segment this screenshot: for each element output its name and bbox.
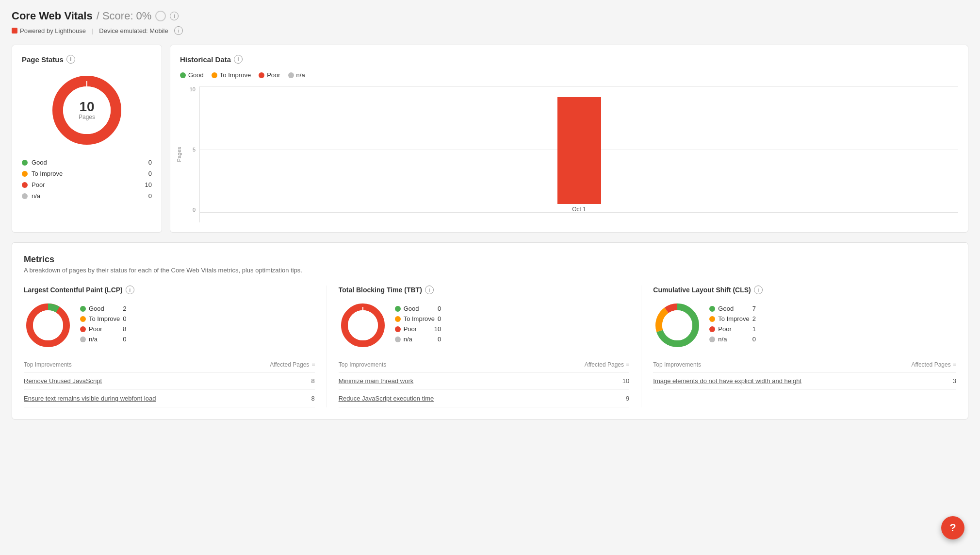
tbt-improvement-row-1: Minimize main thread work 10 [339, 372, 630, 390]
lcp-na-dot [80, 336, 86, 342]
page-status-donut: 10 Pages [48, 71, 126, 149]
lcp-stat-na: n/a 0 [80, 336, 127, 343]
tbt-stat-good: Good 0 [395, 305, 441, 312]
cls-poor-count: 1 [752, 325, 756, 333]
status-count: 0 [148, 192, 152, 200]
lighthouse-badge: Powered by Lighthouse [12, 27, 86, 34]
lcp-improvements-header-row: Top Improvements Affected Pages [24, 359, 315, 372]
metric-lcp-chart-row: Good 2 To Improve 0 Poor 8 [24, 301, 315, 350]
legend-item: Good [180, 71, 204, 79]
historical-info-icon[interactable]: i [234, 55, 243, 64]
metric-cls-info-icon[interactable]: i [754, 286, 763, 294]
lcp-improvement-1-link[interactable]: Remove Unused JavaScript [24, 377, 102, 385]
metrics-grid: Largest Contentful Paint (LCP) i [24, 286, 956, 407]
page-status-title: Page Status i [22, 55, 152, 64]
lcp-improvement-2-link[interactable]: Ensure text remains visible during webfo… [24, 395, 156, 402]
legend-dot-icon [259, 72, 264, 78]
tbt-improvement-1-link[interactable]: Minimize main thread work [339, 377, 414, 385]
status-list-item: Good 0 [22, 159, 152, 166]
tbt-sort-icon[interactable] [626, 364, 629, 366]
lcp-improvement-row-2: Ensure text remains visible during webfo… [24, 390, 315, 407]
metric-tbt-info-icon[interactable]: i [425, 286, 434, 294]
legend-dot-icon [288, 72, 294, 78]
lcp-good-dot [80, 306, 86, 312]
lcp-improvement-row-1: Remove Unused JavaScript 8 [24, 372, 315, 390]
status-count: 10 [145, 181, 152, 188]
metric-card-cls: Cumulative Layout Shift (CLS) i [653, 286, 956, 407]
cls-good-count: 7 [752, 305, 756, 312]
svg-point-12 [662, 310, 692, 340]
bars-area: Oct 1 [200, 86, 958, 213]
tbt-improvement-2-link[interactable]: Reduce JavaScript execution time [339, 395, 434, 402]
chart-legend: Good To Improve Poor n/a [180, 71, 958, 79]
donut-total: 10 [79, 100, 95, 114]
metrics-section: Metrics A breakdown of pages by their st… [12, 242, 968, 420]
tbt-col-pages: Affected Pages [536, 359, 629, 372]
status-label: n/a [32, 192, 145, 200]
y-axis-title: Pages [176, 147, 182, 162]
cls-sort-icon[interactable] [953, 364, 956, 366]
score-info-icon[interactable]: i [170, 12, 179, 20]
lcp-stat-good: Good 2 [80, 305, 127, 312]
device-info-icon[interactable]: i [174, 26, 183, 35]
cls-stat-improve: To Improve 2 [709, 315, 756, 322]
lcp-good-label: Good [89, 305, 120, 312]
cls-stat-good: Good 7 [709, 305, 756, 312]
metric-lcp-donut-svg [24, 301, 72, 350]
cls-improvement-1-link[interactable]: Image elements do not have explicit widt… [653, 377, 801, 385]
lcp-sort-icon[interactable] [312, 364, 315, 366]
tbt-na-dot [395, 336, 401, 342]
legend-label: n/a [296, 71, 305, 79]
metric-lcp-label: Largest Contentful Paint (LCP) [24, 286, 123, 294]
score-text: Score: 0% [102, 10, 152, 22]
tbt-improvement-1-label: Minimize main thread work [339, 372, 537, 390]
tbt-na-label: n/a [404, 336, 435, 343]
metric-tbt-title: Total Blocking Time (TBT) i [339, 286, 630, 294]
page-status-info-icon[interactable]: i [66, 55, 75, 64]
metric-cls-stats: Good 7 To Improve 2 Poor 1 [709, 305, 756, 346]
metric-lcp-stats: Good 2 To Improve 0 Poor 8 [80, 305, 127, 346]
donut-center-label: 10 Pages [79, 100, 95, 120]
bar-item-oct1: Oct 1 [557, 97, 601, 213]
meta-divider: | [92, 27, 93, 34]
legend-label: To Improve [220, 71, 251, 79]
cls-col-improvements: Top Improvements [653, 359, 886, 372]
cls-na-count: 0 [752, 336, 756, 343]
lcp-improvement-2-count: 8 [241, 390, 315, 407]
status-list-item: n/a 0 [22, 192, 152, 200]
lcp-poor-dot [80, 326, 86, 332]
cls-na-dot [709, 336, 715, 342]
svg-point-5 [33, 310, 63, 340]
metric-cls-donut [653, 301, 702, 350]
metric-cls-label: Cumulative Layout Shift (CLS) [653, 286, 751, 294]
lcp-improvement-2-label: Ensure text remains visible during webfo… [24, 390, 241, 407]
cls-improvement-row-1: Image elements do not have explicit widt… [653, 372, 956, 390]
page-header: Core Web Vitals / Score: 0% i [12, 10, 968, 22]
legend-item: Poor [259, 71, 280, 79]
tbt-improvement-row-2: Reduce JavaScript execution time 9 [339, 390, 630, 407]
status-dot-icon [22, 193, 28, 199]
lighthouse-label: Powered by Lighthouse [20, 27, 86, 34]
tbt-improvement-1-count: 10 [536, 372, 629, 390]
lcp-col-improvements: Top Improvements [24, 359, 241, 372]
page-title-score: / Score: 0% [97, 10, 152, 22]
status-label: Good [32, 159, 145, 166]
bar-oct1 [557, 97, 601, 204]
cls-improve-count: 2 [752, 315, 756, 322]
metric-lcp-info-icon[interactable]: i [126, 286, 134, 294]
bar-chart-area: Pages 10 5 0 [180, 86, 958, 222]
tbt-improvement-2-count: 9 [536, 390, 629, 407]
metrics-title: Metrics [24, 254, 956, 265]
metric-lcp-title: Largest Contentful Paint (LCP) i [24, 286, 315, 294]
lcp-poor-count: 8 [123, 325, 126, 333]
legend-item: n/a [288, 71, 305, 79]
page-meta: Powered by Lighthouse | Device emulated:… [12, 26, 968, 35]
lcp-improve-dot [80, 316, 86, 322]
bar-chart-body: Oct 1 [199, 86, 958, 222]
metric-tbt-chart-row: Good 0 To Improve 0 Poor 10 [339, 301, 630, 350]
status-label: Poor [32, 181, 141, 188]
cls-stat-na: n/a 0 [709, 336, 756, 343]
y-label-5: 5 [180, 147, 199, 152]
lcp-col-pages: Affected Pages [241, 359, 315, 372]
tbt-na-count: 0 [438, 336, 441, 343]
